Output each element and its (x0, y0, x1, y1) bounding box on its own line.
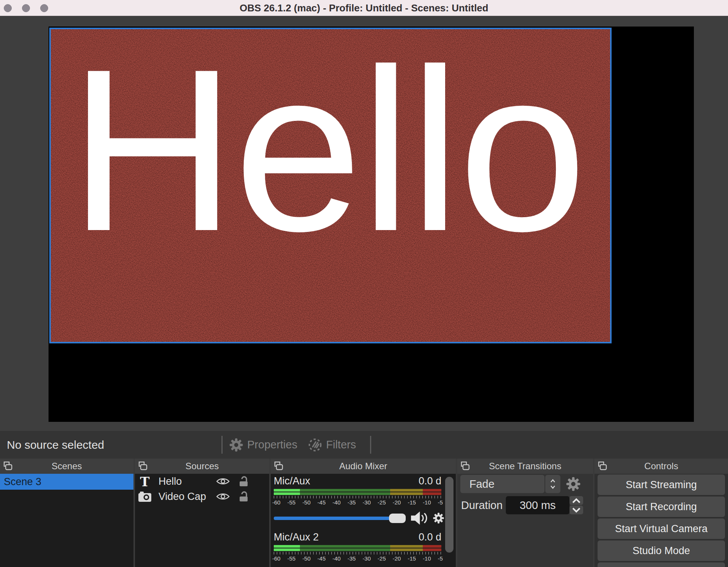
meter-scale: -60-55-50-45-40-35-30-25-20-15-10-5 (272, 555, 443, 562)
filters-icon (308, 438, 322, 452)
controls-body: Start Streaming Start Recording Start Vi… (595, 474, 728, 567)
visibility-eye-icon[interactable] (216, 492, 230, 501)
start-virtual-camera-button[interactable]: Start Virtual Camera (598, 518, 725, 539)
audio-mixer-header[interactable]: Audio Mixer (271, 459, 456, 474)
toolbar-divider (221, 436, 223, 454)
volume-meter: -60-55-50-45-40-35-30-25-20-15-10-5 (274, 545, 441, 562)
unlock-icon[interactable] (239, 476, 249, 487)
sources-header[interactable]: Sources (135, 459, 269, 474)
volume-slider-handle[interactable] (389, 514, 406, 523)
dock-area: Scenes Scene 3 Sources T Hello (0, 459, 728, 567)
toolbar-divider (370, 436, 371, 454)
chevron-up-icon (571, 498, 581, 504)
partial-button[interactable] (598, 562, 725, 567)
duration-label: Duration (461, 496, 503, 514)
controls-header[interactable]: Controls (595, 459, 728, 474)
source-list-item[interactable]: Video Cap (135, 489, 269, 504)
program-canvas[interactable]: Hello (49, 27, 694, 422)
controls-title: Controls (644, 461, 678, 471)
transition-gear-icon[interactable] (566, 476, 581, 492)
chevron-up-down-icon (549, 478, 556, 490)
window-title: OBS 26.1.2 (mac) - Profile: Untitled - S… (0, 0, 728, 16)
duration-decrement-button[interactable] (570, 506, 583, 514)
studio-mode-button[interactable]: Studio Mode (598, 540, 725, 561)
channel-gear-icon[interactable] (433, 512, 444, 524)
scenes-title: Scenes (52, 461, 82, 471)
channel-level: 0.0 d (419, 475, 441, 487)
sources-title: Sources (185, 461, 219, 471)
gear-icon (229, 438, 243, 452)
channel-name: Mic/Aux (274, 475, 310, 487)
chevron-down-icon (571, 507, 581, 513)
transition-select-chevrons[interactable] (545, 475, 560, 493)
visibility-eye-icon[interactable] (216, 477, 230, 486)
text-source-hello[interactable]: Hello (69, 34, 585, 266)
titlebar: OBS 26.1.2 (mac) - Profile: Untitled - S… (0, 0, 728, 16)
text-source-icon: T (137, 475, 152, 489)
source-name: Hello (158, 474, 182, 489)
scene-transitions-panel: Scene Transitions Fade (457, 459, 593, 567)
scenes-header[interactable]: Scenes (0, 459, 133, 474)
transition-select[interactable]: Fade (460, 475, 544, 493)
start-streaming-button[interactable]: Start Streaming (598, 475, 725, 495)
filters-button[interactable]: Filters (308, 431, 356, 459)
source-toolbar: No source selected Properties (0, 431, 728, 459)
duration-value: 300 ms (519, 499, 555, 512)
meter-ticks (274, 552, 441, 554)
channel-name: Mic/Aux 2 (274, 531, 319, 543)
duration-increment-button[interactable] (570, 496, 583, 505)
unlock-icon[interactable] (239, 491, 249, 502)
volume-slider[interactable] (274, 517, 404, 520)
obs-window: OBS 26.1.2 (mac) - Profile: Untitled - S… (0, 0, 728, 567)
controls-panel: Controls Start Streaming Start Recording… (595, 459, 728, 567)
transition-value: Fade (469, 478, 494, 490)
volume-slider-fill (274, 517, 390, 520)
volume-meter: -60-55-50-45-40-35-30-25-20-15-10-5 (274, 489, 441, 506)
properties-label: Properties (247, 439, 297, 451)
source-name: Video Cap (158, 489, 206, 504)
meter-ticks (274, 496, 441, 498)
sources-panel: Sources T Hello (135, 459, 269, 567)
source-list-item[interactable]: T Hello (135, 474, 269, 489)
mixer-scrollbar[interactable] (445, 477, 453, 553)
dock-float-icon (3, 461, 13, 471)
audio-mixer-body: Mic/Aux 0.0 d -60-55-50-45-40-35-30-25-2… (271, 474, 456, 567)
selection-status: No source selected (7, 431, 104, 459)
meter-bar (274, 548, 441, 551)
meter-bar (274, 489, 441, 492)
filters-label: Filters (326, 439, 356, 451)
meter-scale: -60-55-50-45-40-35-30-25-20-15-10-5 (272, 499, 443, 506)
duration-input[interactable]: 300 ms (506, 496, 570, 514)
channel-level: 0.0 d (419, 531, 441, 543)
speaker-icon[interactable] (410, 511, 428, 525)
sources-list: T Hello (135, 474, 269, 567)
dock-float-icon (138, 461, 148, 471)
meter-bar (274, 545, 441, 548)
video-capture-source[interactable]: Hello (49, 28, 612, 343)
meter-bar (274, 492, 441, 495)
preview-area: Hello (0, 16, 728, 431)
scene-transitions-body: Fade (457, 474, 593, 567)
scene-transitions-title: Scene Transitions (489, 461, 562, 471)
properties-button[interactable]: Properties (229, 431, 297, 459)
scenes-panel: Scenes Scene 3 (0, 459, 133, 567)
scene-name: Scene 3 (4, 476, 41, 488)
audio-mixer-title: Audio Mixer (339, 461, 388, 471)
dock-float-icon (460, 461, 470, 471)
start-recording-button[interactable]: Start Recording (598, 497, 725, 517)
scenes-list: Scene 3 (0, 474, 133, 567)
dock-float-icon (274, 461, 284, 471)
scene-transitions-header[interactable]: Scene Transitions (457, 459, 593, 474)
dock-float-icon (598, 461, 607, 471)
scene-list-item-selected[interactable]: Scene 3 (0, 474, 133, 490)
camera-source-icon (137, 492, 152, 502)
audio-mixer-panel: Audio Mixer Mic/Aux 0.0 d -60-55-50-45-4… (271, 459, 456, 567)
